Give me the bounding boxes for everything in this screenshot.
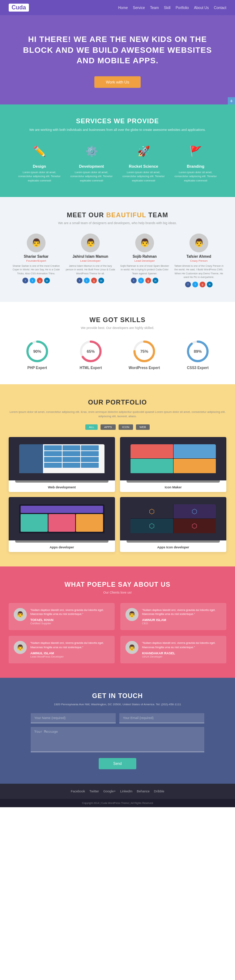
nav-link-about-us[interactable]: About Us <box>194 6 209 10</box>
portfolio-item-web[interactable]: Web development <box>9 437 115 492</box>
testimonial-card: 👨 "Nullam dapibus blandit orci, viverra … <box>121 603 226 630</box>
portfolio-heading: OUR PORTFOLIO <box>9 399 226 406</box>
skill-item: 75% WordPress Expert <box>122 340 166 370</box>
facebook-icon[interactable]: f <box>77 278 83 283</box>
twitter-icon[interactable]: t <box>30 278 35 283</box>
googleplus-icon[interactable]: g <box>200 282 205 287</box>
team-heading: MEET OUR BEAUTIFUL TEAM <box>9 212 226 219</box>
portfolio-thumbnail <box>120 437 226 480</box>
filter-button-icon[interactable]: ICON <box>119 425 133 430</box>
contact-address: 1920 Pennsylvania Ave NW, Washington, DC… <box>9 703 226 706</box>
nav-link-skill[interactable]: Skill <box>164 6 170 10</box>
portfolio-item-apps[interactable]: Apps developer <box>9 497 115 552</box>
plus-icon[interactable]: + <box>228 97 235 105</box>
skills-grid: 90% PHP Expert 65% HTML Expert 75% WordP… <box>9 340 226 370</box>
service-title: Development <box>68 164 115 169</box>
facebook-icon[interactable]: f <box>185 282 191 287</box>
googleplus-icon[interactable]: g <box>91 278 97 283</box>
testimonial-name: AMINUR ISLAM <box>142 618 221 622</box>
twitter-icon[interactable]: t <box>138 278 144 283</box>
member-social: f t g in <box>11 278 62 283</box>
skill-percent: 89% <box>194 349 202 353</box>
facebook-icon[interactable]: f <box>131 278 137 283</box>
filter-button-web[interactable]: WEB <box>136 425 150 430</box>
skills-subtitle: We provide best. Our developers are high… <box>9 326 226 330</box>
footer-social-link-behance[interactable]: Behance <box>137 789 150 793</box>
portfolio-item-apps-icon[interactable]: ⬡ ⬡ ⬡ ⬡ Apps Icon developer <box>120 497 226 552</box>
testimonials-heading: WHAT POEPLE SAY ABOUT US <box>9 581 226 589</box>
member-role: Lead Developer <box>119 259 170 262</box>
nav-link-service[interactable]: Service <box>133 6 145 10</box>
facebook-icon[interactable]: f <box>22 278 28 283</box>
testimonial-role: UI/UX Developer <box>142 655 221 658</box>
footer-copyright: Copyright 2014 | Cuda WordPress Theme | … <box>0 799 235 807</box>
team-member: 👨 Shariar Sarkar Founder/Expert Shariar … <box>11 234 62 287</box>
name-input[interactable] <box>31 713 116 723</box>
member-role: Founder/Expert <box>11 259 62 262</box>
team-section: MEET OUR BEAUTIFUL TEAM We are a small t… <box>0 197 235 302</box>
footer-social-links: FacebookTwitterGoogle+LinkedInBehanceDri… <box>6 789 229 793</box>
testimonial-card: 👨 "Nullam dapibus blandit orci, viverra … <box>9 603 114 630</box>
member-social: f t g in <box>173 282 224 287</box>
testimonials-section: WHAT POEPLE SAY ABOUT US Our Clients lov… <box>0 566 235 678</box>
form-name-email-row <box>31 713 204 723</box>
service-item-branding: 🚩 Branding Lorem ipsum dolor sit amet, c… <box>172 142 219 183</box>
nav-link-home[interactable]: Home <box>118 6 128 10</box>
testimonial-quote: "Nullam dapibus blandit orci, viverra gr… <box>30 608 110 616</box>
team-member: 👨 Tafsier Ahmed Crazy Person Tafsier Ahm… <box>173 234 224 287</box>
testimonial-content: "Nullam dapibus blandit orci, viverra gr… <box>30 641 110 658</box>
service-title: Rocket Science <box>120 164 167 169</box>
testimonial-role: Lead WordPress Developer <box>30 655 110 658</box>
member-role: Crazy Person <box>173 259 224 262</box>
googleplus-icon[interactable]: g <box>37 278 43 283</box>
linkedin-icon[interactable]: in <box>152 278 158 283</box>
portfolio-thumbnail <box>9 437 115 480</box>
footer-social-link-twitter[interactable]: Twitter <box>89 789 99 793</box>
service-desc: Lorem ipsum dolor sit amet, consectetur … <box>172 170 219 183</box>
footer-social-link-google+[interactable]: Google+ <box>103 789 116 793</box>
service-item-design: ✏️ Design Lorem ipsum dolor sit amet, co… <box>16 142 63 183</box>
nav-link-contact[interactable]: Contact <box>214 6 226 10</box>
navbar: Cuda HomeServiceTeamSkillPortfolioAbout … <box>0 0 235 15</box>
twitter-icon[interactable]: t <box>84 278 90 283</box>
navbar-brand[interactable]: Cuda <box>9 4 29 11</box>
contact-form: Send <box>31 713 204 769</box>
filter-button-all[interactable]: ALL <box>85 425 98 430</box>
services-section: SERVICES WE PROVIDE We are working with … <box>0 105 235 197</box>
laptop-screen <box>130 444 216 473</box>
filter-button-apps[interactable]: APPS <box>100 425 115 430</box>
member-desc: Tafsier Ahmed is one of the Crazy Person… <box>173 264 224 280</box>
laptop-screen: ⬡ ⬡ ⬡ ⬡ <box>130 504 216 533</box>
skill-circle: 89% <box>186 340 209 363</box>
portfolio-thumbnail <box>9 497 115 541</box>
service-icon: ⚙️ <box>82 142 101 161</box>
skill-percent: 75% <box>140 349 148 353</box>
skill-percent: 65% <box>87 349 95 353</box>
testimonials-grid: 👨 "Nullam dapibus blandit orci, viverra … <box>9 603 226 663</box>
linkedin-icon[interactable]: in <box>44 278 50 283</box>
service-icon: 🚀 <box>134 142 153 161</box>
footer-social-link-linkedin[interactable]: LinkedIn <box>120 789 132 793</box>
message-input[interactable] <box>31 727 204 752</box>
submit-button[interactable]: Send <box>99 758 136 769</box>
portfolio-item-icon[interactable]: Icon Maker <box>120 437 226 492</box>
linkedin-icon[interactable]: in <box>98 278 104 283</box>
googleplus-icon[interactable]: g <box>145 278 151 283</box>
nav-link-portfolio[interactable]: Portfolio <box>176 6 189 10</box>
contact-section: GET IN TOUCH 1920 Pennsylvania Ave NW, W… <box>0 678 235 784</box>
email-input[interactable] <box>119 713 204 723</box>
hero-cta-button[interactable]: Work with Us <box>94 76 141 88</box>
testimonial-quote: "Nullam dapibus blandit orci, viverra gr… <box>142 608 221 616</box>
member-role: Lead Developer <box>65 259 116 262</box>
twitter-icon[interactable]: t <box>192 282 198 287</box>
testimonial-avatar: 👨 <box>14 608 27 621</box>
testimonial-avatar: 👨 <box>14 641 27 654</box>
footer-social-link-facebook[interactable]: Facebook <box>71 789 85 793</box>
service-title: Branding <box>172 164 219 169</box>
linkedin-icon[interactable]: in <box>207 282 213 287</box>
service-icon: 🚩 <box>186 142 205 161</box>
footer-social-link-dribble[interactable]: Dribble <box>154 789 165 793</box>
nav-link-team[interactable]: Team <box>150 6 159 10</box>
hero-title: HI THERE! WE ARE THE NEW KIDS ON THE BLO… <box>22 34 213 66</box>
team-member: 👨 Jahirul Islam Mamun Lead Developer Jah… <box>65 234 116 287</box>
